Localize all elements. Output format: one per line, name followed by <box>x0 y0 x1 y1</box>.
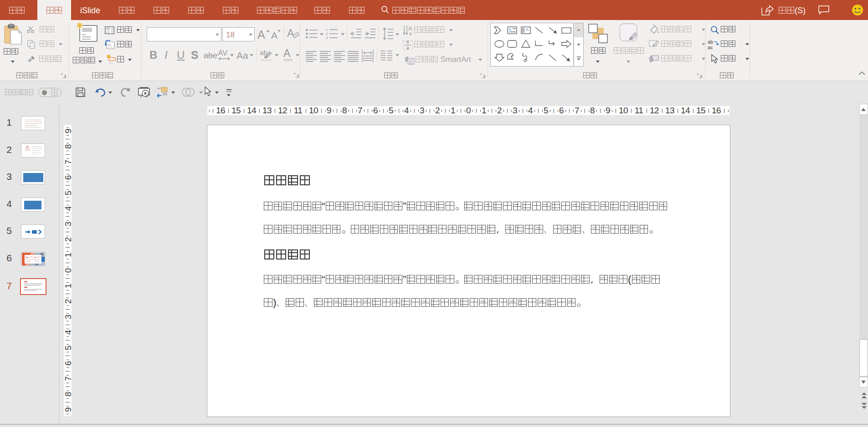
svg-text:A: A <box>508 27 511 32</box>
svg-text:A: A <box>526 27 529 32</box>
svg-text:ab: ab <box>708 40 713 45</box>
svg-text:ac: ac <box>708 45 713 50</box>
svg-text:A: A <box>271 30 277 41</box>
svg-text:AV: AV <box>218 49 228 57</box>
svg-text:A: A <box>283 48 291 59</box>
svg-text:A: A <box>257 28 265 41</box>
svg-text:A: A <box>408 25 412 32</box>
svg-text:1: 1 <box>326 28 328 32</box>
svg-text:A: A <box>287 27 294 39</box>
svg-text:3: 3 <box>326 36 328 40</box>
svg-text:2: 2 <box>326 32 328 36</box>
